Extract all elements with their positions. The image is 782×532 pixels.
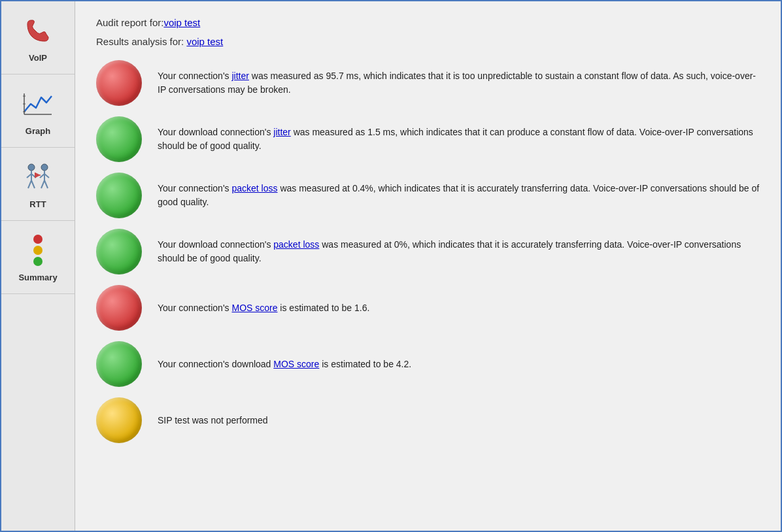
svg-point-5 xyxy=(28,164,35,171)
svg-point-11 xyxy=(41,164,48,171)
mos-link-2[interactable]: MOS score xyxy=(273,359,319,369)
status-circle-green-1 xyxy=(96,116,142,162)
sidebar-voip-label: VoIP xyxy=(29,53,47,63)
svg-line-10 xyxy=(31,180,35,188)
sidebar-rtt-label: RTT xyxy=(29,199,46,209)
sidebar-graph-label: Graph xyxy=(26,126,50,136)
graph-icon xyxy=(22,86,54,122)
result-text-4: Your download connection's packet loss w… xyxy=(158,238,760,265)
audit-link[interactable]: voip test xyxy=(163,17,200,28)
svg-line-7 xyxy=(27,174,31,178)
result-row-3: Your connection's packet loss was measur… xyxy=(96,173,760,218)
audit-title: Audit report for:voip test xyxy=(96,17,760,28)
packet-loss-link-2[interactable]: packet loss xyxy=(273,239,319,250)
result-text-3: Your connection's packet loss was measur… xyxy=(158,182,760,209)
status-circle-green-2 xyxy=(96,173,142,218)
summary-icon xyxy=(33,233,42,269)
status-circle-green-4 xyxy=(96,341,142,387)
app-frame: VoIP Graph xyxy=(0,0,782,532)
jitter-link-1[interactable]: jitter xyxy=(231,71,248,81)
results-title: Results analysis for: voip test xyxy=(96,36,760,47)
status-circle-green-3 xyxy=(96,229,142,274)
svg-line-16 xyxy=(44,180,48,188)
sidebar-item-voip[interactable]: VoIP xyxy=(1,1,75,75)
result-text-5: Your connection's MOS score is estimated… xyxy=(158,301,369,315)
result-text-1: Your connection's jitter was measured as… xyxy=(158,69,760,97)
results-link[interactable]: voip test xyxy=(186,36,223,47)
svg-line-9 xyxy=(28,180,31,188)
summary-dot-yellow xyxy=(33,246,42,255)
result-row-4: Your download connection's packet loss w… xyxy=(96,229,760,274)
result-text-7: SIP test was not performed xyxy=(158,414,268,427)
audit-prefix: Audit report for: xyxy=(96,17,163,28)
sidebar-summary-label: Summary xyxy=(18,273,57,282)
summary-dot-green xyxy=(33,257,42,266)
result-row-1: Your connection's jitter was measured as… xyxy=(96,60,760,106)
svg-line-14 xyxy=(44,174,49,178)
status-circle-red-2 xyxy=(96,285,142,331)
result-row-7: SIP test was not performed xyxy=(96,397,760,443)
result-text-6: Your connection's download MOS score is … xyxy=(158,357,411,371)
packet-loss-link-1[interactable]: packet loss xyxy=(231,183,277,193)
jitter-link-2[interactable]: jitter xyxy=(273,127,290,137)
summary-dot-red xyxy=(33,235,42,244)
sidebar-item-graph[interactable]: Graph xyxy=(1,75,75,148)
status-circle-red-1 xyxy=(96,60,142,106)
mos-link-1[interactable]: MOS score xyxy=(231,303,277,313)
svg-line-13 xyxy=(40,174,44,178)
result-row-6: Your connection's download MOS score is … xyxy=(96,341,760,387)
rtt-icon xyxy=(24,159,52,195)
result-row-2: Your download connection's jitter was me… xyxy=(96,116,760,162)
sidebar-item-summary[interactable]: Summary xyxy=(1,221,75,294)
main-content: Audit report for:voip test Results analy… xyxy=(75,1,781,531)
sidebar-item-rtt[interactable]: RTT xyxy=(1,148,75,221)
svg-line-8 xyxy=(31,174,36,178)
sidebar: VoIP Graph xyxy=(1,1,75,531)
results-prefix: Results analysis for: xyxy=(96,36,186,47)
result-row-5: Your connection's MOS score is estimated… xyxy=(96,285,760,331)
voip-icon xyxy=(22,13,54,49)
result-text-2: Your download connection's jitter was me… xyxy=(158,125,760,153)
svg-line-15 xyxy=(41,180,44,188)
status-circle-yellow-1 xyxy=(96,397,142,443)
